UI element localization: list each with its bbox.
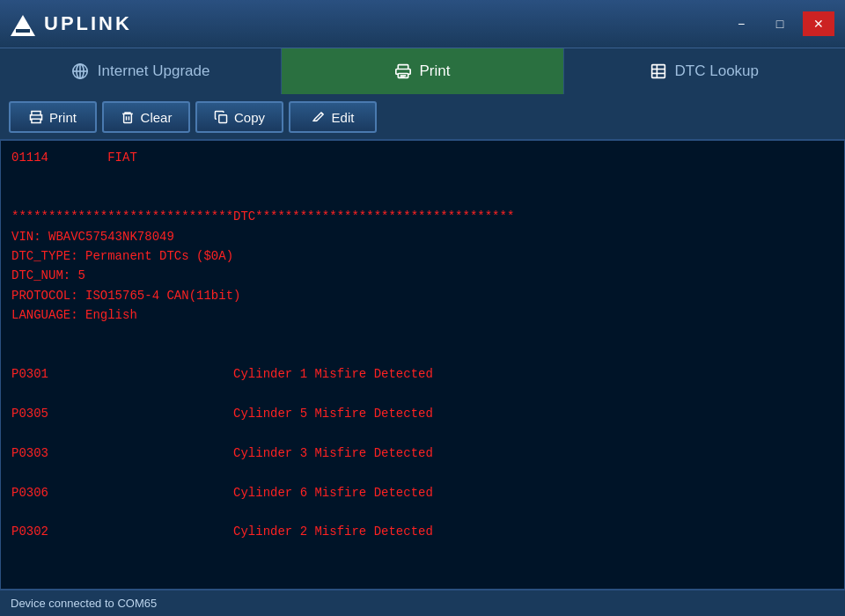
title-bar: UPLINK − □ ✕ bbox=[0, 0, 845, 48]
svg-rect-1 bbox=[16, 29, 30, 33]
tab-dtc-lookup-label: DTC Lookup bbox=[675, 62, 759, 80]
app-title: UPLINK bbox=[44, 12, 132, 35]
tab-dtc-lookup[interactable]: DTC Lookup bbox=[564, 48, 845, 94]
svg-rect-10 bbox=[651, 65, 665, 78]
window-controls: − □ ✕ bbox=[725, 11, 834, 36]
svg-rect-15 bbox=[32, 119, 40, 122]
svg-rect-14 bbox=[32, 111, 40, 114]
tab-internet-upgrade[interactable]: Internet Upgrade bbox=[0, 48, 282, 94]
tab-bar: Internet Upgrade Print DTC Lookup bbox=[0, 48, 845, 94]
print-button[interactable]: Print bbox=[9, 101, 97, 133]
svg-rect-6 bbox=[398, 65, 408, 70]
svg-rect-16 bbox=[123, 114, 131, 122]
tab-print-label: Print bbox=[420, 62, 451, 80]
print-tab-icon bbox=[395, 63, 411, 79]
edit-icon bbox=[312, 110, 326, 124]
tab-internet-upgrade-label: Internet Upgrade bbox=[98, 62, 210, 80]
minimize-button[interactable]: − bbox=[725, 11, 757, 36]
svg-rect-19 bbox=[219, 115, 227, 123]
svg-line-21 bbox=[320, 113, 322, 114]
tab-print[interactable]: Print bbox=[282, 48, 563, 94]
edit-label: Edit bbox=[332, 110, 355, 125]
close-button[interactable]: ✕ bbox=[803, 11, 834, 36]
clear-button[interactable]: Clear bbox=[102, 101, 190, 133]
copy-label: Copy bbox=[234, 110, 265, 125]
dtc-text-output[interactable]: 01114 FIAT *****************************… bbox=[1, 141, 844, 589]
clear-label: Clear bbox=[141, 110, 173, 125]
dtc-lookup-icon bbox=[650, 63, 666, 79]
print-label: Print bbox=[49, 110, 77, 125]
toolbar: Print Clear Copy Edit bbox=[0, 94, 845, 140]
clear-icon bbox=[121, 110, 135, 124]
print-icon bbox=[29, 110, 43, 124]
text-display-wrapper: 01114 FIAT *****************************… bbox=[0, 140, 845, 590]
restore-button[interactable]: □ bbox=[764, 11, 796, 36]
title-bar-left: UPLINK bbox=[11, 11, 132, 36]
status-bar: Device connected to COM65 bbox=[0, 590, 845, 616]
copy-button[interactable]: Copy bbox=[195, 101, 283, 133]
content-area: 01114 FIAT *****************************… bbox=[0, 140, 845, 590]
svg-marker-0 bbox=[11, 15, 35, 36]
uplink-logo-icon bbox=[11, 11, 35, 36]
copy-icon bbox=[214, 110, 228, 124]
edit-button[interactable]: Edit bbox=[289, 101, 377, 133]
globe-icon bbox=[71, 62, 89, 80]
status-text: Device connected to COM65 bbox=[11, 597, 157, 610]
